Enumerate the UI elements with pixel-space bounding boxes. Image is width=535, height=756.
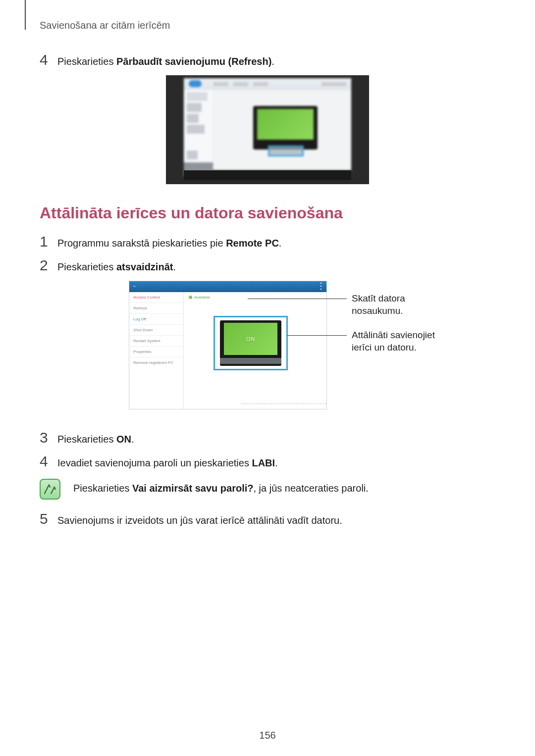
list-item: 4 Ievadiet savienojuma paroli un pieskar… xyxy=(40,453,495,470)
section-heading: Attālināta ierīces un datora savienošana xyxy=(40,204,495,222)
list-item: 1 Programmu sarakstā pieskarieties pie R… xyxy=(40,233,495,250)
highlighted-refresh-button xyxy=(268,146,304,156)
callout-text: Skatīt datoranosaukumu. xyxy=(352,293,405,317)
sidebar-item-restart: Restart System xyxy=(129,336,183,347)
step-number: 5 xyxy=(40,510,57,527)
step-text: Pieskarieties ON. xyxy=(57,429,134,446)
callout-text: Attālināti savienojietierīci un datoru. xyxy=(352,329,435,353)
callout-leader-line xyxy=(287,335,347,336)
status-dot-icon xyxy=(189,296,192,299)
back-icon: ← xyxy=(132,283,137,289)
status-available: Available xyxy=(189,295,210,300)
figure-remote-pc-app: ← Access Control Refresh Log Off Shut Do… xyxy=(99,281,505,419)
sidebar-item-shutdown: Shut Down xyxy=(129,325,183,336)
step-number: 2 xyxy=(40,257,57,274)
figure-desktop-screenshot xyxy=(166,75,369,184)
step-number: 4 xyxy=(40,453,57,470)
step-text: Programmu sarakstā pieskarieties pie Rem… xyxy=(57,233,281,250)
step-number: 4 xyxy=(40,51,57,68)
sidebar-item-refresh: Refresh xyxy=(129,303,183,314)
running-header: Savienošana ar citām ierīcēm xyxy=(40,20,170,31)
step-text: Pieskarieties atsvaidzināt. xyxy=(57,257,176,274)
sidebar-item-logoff: Log Off xyxy=(129,314,183,325)
step-number: 3 xyxy=(40,429,57,446)
step-text: Savienojums ir izveidots un jūs varat ie… xyxy=(57,510,342,527)
page-edge-marker xyxy=(25,0,26,30)
list-item: 4 Pieskarieties Pārbaudīt savienojumu (R… xyxy=(40,51,495,68)
kebab-menu-icon xyxy=(319,283,323,290)
note-block: Pieskarieties Vai aizmirsāt savu paroli?… xyxy=(40,479,495,500)
highlighted-device: ON xyxy=(214,316,288,370)
step-number: 1 xyxy=(40,233,57,250)
step-text: Ievadiet savienojuma paroli un pieskarie… xyxy=(57,453,278,470)
on-label: ON xyxy=(246,336,256,342)
figure-sidebar: Access Control Refresh Log Off Shut Down… xyxy=(129,292,184,409)
note-icon xyxy=(40,479,60,500)
sidebar-item-remove: Remove registered PC xyxy=(129,357,183,368)
step-text: Pieskarieties Pārbaudīt savienojumu (Ref… xyxy=(57,51,274,68)
list-item: 2 Pieskarieties atsvaidzināt. xyxy=(40,257,495,274)
sidebar-item-properties: Properties xyxy=(129,347,183,357)
page-number: 156 xyxy=(259,730,275,741)
list-item: 5 Savienojums ir izveidots un jūs varat … xyxy=(40,510,495,527)
callout-leader-line xyxy=(248,299,347,299)
list-item: 3 Pieskarieties ON. xyxy=(40,429,495,446)
sidebar-item-access: Access Control xyxy=(129,292,183,303)
note-text: Pieskarieties Vai aizmirsāt savu paroli?… xyxy=(73,479,369,494)
